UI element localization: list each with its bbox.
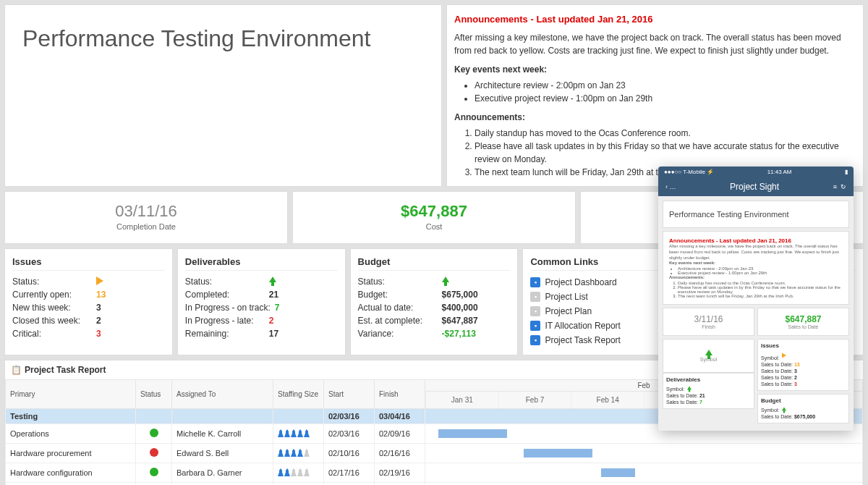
staffing-icon (278, 449, 319, 457)
announcement-item: Please have all task updates in by this … (475, 140, 856, 166)
kv-row: Currently open:13 (12, 288, 165, 301)
arrow-right-icon (96, 277, 103, 285)
phone-title: Performance Testing Environment (669, 207, 843, 222)
doc-icon: ▪ (530, 321, 540, 331)
events-heading: Key events next week: (454, 63, 856, 76)
kv-row: Critical:3 (12, 327, 165, 340)
table-row[interactable]: System TestingEdward S. Bell02/22/1603/0… (6, 482, 863, 485)
gantt-bar (524, 449, 592, 457)
arrow-up-icon (705, 350, 712, 355)
deliverables-card: Deliverables Status: Completed:21In Prog… (177, 248, 346, 355)
table-row[interactable]: Hardware procurementEdward S. Bell02/10/… (6, 443, 863, 463)
staffing-icon (278, 429, 319, 437)
kv-row: Remaining:17 (185, 327, 338, 340)
kv-row: Variance:-$27,113 (358, 327, 511, 340)
budget-card: Budget Status: Budget:$675,000Actual to … (350, 248, 519, 355)
kpi-cost-label: Cost (303, 222, 565, 231)
kv-row: Completed:21 (185, 288, 338, 301)
doc-icon: ▪ (530, 335, 540, 345)
kv-row: Est. at complete:$647,887 (358, 314, 511, 327)
kv-row: In Progress - late:2 (185, 314, 338, 327)
phone-preview: ●●●○○ T-Mobile ⚡ 11:43 AM ▮ ‹ … Project … (658, 166, 854, 431)
table-row[interactable]: Hardware configurationBarbara D. Garner0… (6, 463, 863, 482)
kv-row: Closed this week:2 (12, 314, 165, 327)
kpi-completion: 03/11/16 Completion Date (4, 191, 288, 244)
page-title: Performance Testing Environment (22, 25, 424, 52)
phone-issues: IssuesSymbol: Sales to Date: 13Sales to … (757, 339, 849, 391)
doc-icon: ▪ (530, 277, 540, 287)
gantt-bar (601, 468, 635, 477)
budget-title: Budget (358, 256, 511, 271)
event-item: Executive project review - 1:00pm on Jan… (475, 92, 856, 105)
status-dot (150, 429, 158, 437)
announcements-heading: Announcements - Last updated Jan 21, 201… (454, 12, 856, 27)
arrow-up-icon (442, 277, 449, 282)
kv-row: In Progress - on track:7 (185, 301, 338, 314)
battery-icon: ▮ (845, 169, 848, 175)
phone-budget: BudgetSymbol: Sales to Date: $675,000 (757, 394, 849, 423)
arrow-up-icon (269, 277, 276, 282)
phone-menu-icons[interactable]: ≡ ↻ (833, 183, 846, 190)
announcements-summary: After missing a key milestone, we have t… (454, 31, 856, 57)
events-list: Architecture review - 2:00pm on Jan 23Ex… (475, 79, 856, 105)
status-dot (150, 468, 158, 476)
kpi-cost: $647,887 Cost (292, 191, 576, 244)
ann-subheading: Announcements: (454, 111, 856, 124)
kpi-cost-value: $647,887 (303, 202, 565, 221)
doc-icon: ▪ (530, 306, 540, 316)
phone-nav-title: Project Sight (730, 182, 779, 192)
staffing-icon (278, 468, 319, 476)
phone-kpi-sales: $647,887Sales to Date (757, 308, 849, 336)
announcement-item: Daily standup has moved to the Ocas Conf… (475, 127, 856, 140)
kv-row: Actual to date:$400,000 (358, 301, 511, 314)
phone-back-button[interactable]: ‹ … (665, 183, 676, 190)
phone-kpi-finish: 3/11/16Finish (663, 308, 754, 336)
phone-navbar: ‹ … Project Sight ≡ ↻ (658, 177, 854, 196)
phone-deliverables: DeliverablesSymbol: Sales to Date: 21Sal… (663, 373, 754, 409)
doc-icon: ▪ (530, 292, 540, 302)
phone-statusbar: ●●●○○ T-Mobile ⚡ 11:43 AM ▮ (658, 166, 854, 177)
kpi-completion-label: Completion Date (15, 222, 277, 231)
phone-kpi-symbol: Symbol (663, 339, 754, 373)
announcements-card: Announcements - Last updated Jan 21, 201… (446, 4, 864, 187)
report-icon: 📋 (11, 365, 22, 375)
issues-title: Issues (12, 256, 165, 271)
gantt-bar (438, 429, 507, 438)
event-item: Architecture review - 2:00pm on Jan 23 (475, 79, 856, 92)
deliverables-title: Deliverables (185, 256, 338, 271)
title-card: Performance Testing Environment (4, 4, 442, 187)
kpi-completion-value: 03/11/16 (15, 202, 277, 221)
status-dot (150, 448, 158, 457)
kv-row: New this week:3 (12, 301, 165, 314)
issues-card: Issues Status: Currently open:13New this… (4, 248, 173, 355)
kv-row: Budget:$675,000 (358, 288, 511, 301)
